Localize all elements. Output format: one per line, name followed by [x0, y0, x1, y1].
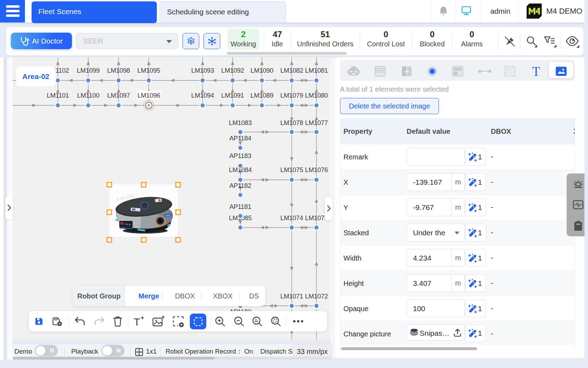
svg-text:T: T: [134, 316, 140, 327]
